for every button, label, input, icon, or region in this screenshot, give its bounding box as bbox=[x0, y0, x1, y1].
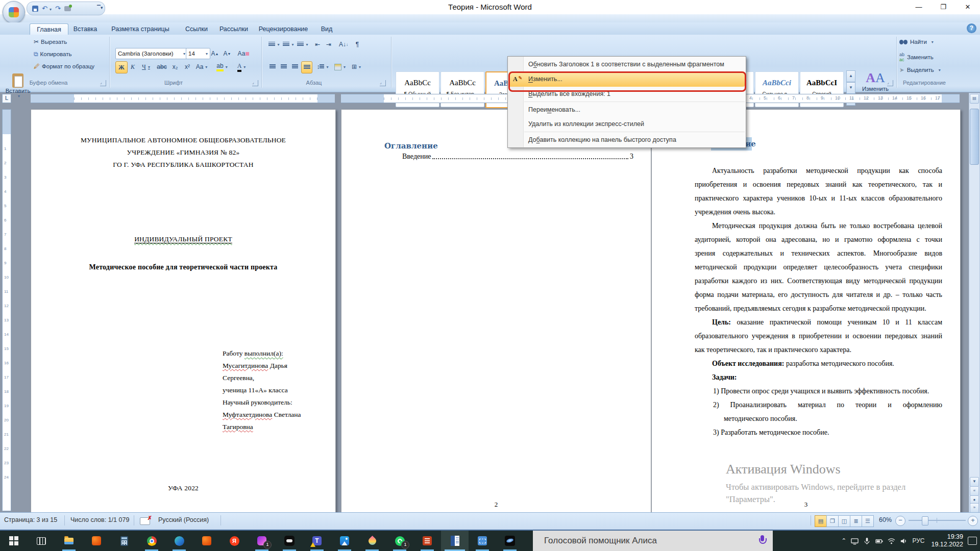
redo-icon[interactable]: ↷ bbox=[55, 5, 61, 12]
menu-item-remove-from-gallery[interactable]: Удалить из коллекции экспресс-стилей bbox=[508, 117, 746, 131]
teams-button[interactable]: T bbox=[303, 531, 331, 551]
start-button[interactable] bbox=[0, 531, 28, 551]
line-spacing-button[interactable]: ↕▾ bbox=[315, 61, 330, 72]
multilevel-list-button[interactable]: ▾ bbox=[296, 39, 309, 50]
disc-app-button[interactable] bbox=[496, 531, 524, 551]
numbering-button[interactable]: ▾ bbox=[282, 39, 295, 50]
snipping-tool-button[interactable] bbox=[469, 531, 496, 551]
copy-button[interactable]: ⧉Копировать bbox=[34, 51, 72, 57]
shading-button[interactable]: ▾ bbox=[333, 61, 347, 72]
chrome-button[interactable] bbox=[138, 531, 165, 551]
yandex-browser-button[interactable]: Я bbox=[220, 531, 248, 551]
clock[interactable]: 19:39 19.12.2022 bbox=[931, 533, 963, 548]
bold-button[interactable]: Ж bbox=[115, 61, 128, 73]
vertical-ruler[interactable]: 123456789101112131415161718192021222324 bbox=[2, 109, 11, 511]
office-app-button[interactable] bbox=[83, 531, 110, 551]
keyboard-language[interactable]: РУС bbox=[912, 537, 924, 544]
text-highlight-button[interactable]: ab▾ bbox=[213, 61, 231, 72]
align-center-button[interactable] bbox=[279, 61, 289, 72]
bullets-button[interactable]: ▾ bbox=[267, 39, 281, 50]
edge-button[interactable] bbox=[165, 531, 193, 551]
minimize-button[interactable]: — bbox=[906, 0, 931, 14]
sort-button[interactable]: А↓↓ bbox=[337, 39, 350, 50]
subscript-button[interactable]: x₂ bbox=[169, 61, 181, 72]
powerpoint-button[interactable] bbox=[413, 531, 441, 551]
borders-button[interactable]: ⊞▾ bbox=[349, 61, 363, 72]
strikethrough-button[interactable]: abc bbox=[155, 61, 168, 72]
volume-icon[interactable] bbox=[900, 537, 908, 545]
tab-review[interactable]: Рецензирование bbox=[254, 23, 312, 35]
zoom-out-icon[interactable]: − bbox=[895, 516, 905, 526]
view-fullscreen-reading-icon[interactable]: ❐ bbox=[826, 515, 839, 527]
tray-mic-icon[interactable] bbox=[863, 537, 871, 545]
hidden-icons-chevron[interactable]: ⌃ bbox=[841, 537, 846, 544]
show-marks-button[interactable]: ¶ bbox=[352, 39, 362, 50]
game-app-button[interactable] bbox=[276, 531, 303, 551]
close-button[interactable]: ✕ bbox=[955, 0, 980, 14]
help-icon[interactable]: ? bbox=[967, 23, 976, 33]
paragraph-dialog-launcher[interactable]: ⌟ bbox=[380, 80, 386, 86]
cut-button[interactable]: ✂Вырезать bbox=[34, 39, 67, 45]
format-painter-button[interactable]: 🖉Формат по образцу bbox=[34, 63, 94, 69]
calculator-button[interactable] bbox=[110, 531, 138, 551]
scroll-down-icon[interactable]: ▼ bbox=[970, 477, 979, 487]
change-case-button[interactable]: Aa▾ bbox=[194, 61, 209, 72]
find-button[interactable]: Найти▾ bbox=[899, 39, 934, 45]
save-icon[interactable] bbox=[32, 6, 38, 12]
zoom-in-icon[interactable]: + bbox=[968, 516, 978, 526]
menu-item-modify[interactable]: А✎ Изменить... bbox=[509, 71, 745, 87]
action-center-icon[interactable] bbox=[968, 537, 977, 545]
toc-entry[interactable]: Введение 3 bbox=[402, 153, 633, 161]
vertical-scrollbar[interactable]: ▤ ▼ « ● » bbox=[969, 93, 980, 513]
display-icon[interactable] bbox=[851, 537, 859, 545]
status-word-count[interactable]: Число слов: 1/1 079 bbox=[70, 516, 129, 523]
horizontal-ruler[interactable]: 4567891011121314151617 bbox=[0, 94, 980, 103]
next-page-icon[interactable]: » bbox=[970, 503, 979, 513]
zoom-slider-track[interactable] bbox=[909, 520, 966, 521]
microphone-icon[interactable] bbox=[759, 535, 766, 546]
tab-insert[interactable]: Вставка bbox=[70, 23, 101, 35]
decrease-indent-button[interactable]: ⇤ bbox=[312, 39, 323, 50]
customize-qat-icon[interactable]: ▔▾ bbox=[97, 5, 103, 10]
tab-mailings[interactable]: Рассылки bbox=[216, 23, 252, 35]
office-app2-button[interactable] bbox=[193, 531, 220, 551]
file-explorer-button[interactable] bbox=[55, 531, 83, 551]
scrollbar-thumb[interactable] bbox=[970, 109, 979, 165]
grow-font-button[interactable]: А▲ bbox=[209, 48, 220, 59]
italic-button[interactable]: К bbox=[128, 61, 138, 72]
whatsapp-button[interactable]: 1 bbox=[386, 531, 413, 551]
tab-view[interactable]: Вид bbox=[315, 23, 338, 35]
paint-app-button[interactable] bbox=[358, 531, 386, 551]
document-page-1[interactable]: МУНИЦИПАЛЬНОЕ АВТОНОМНОЕ ОБЩЕОБРАЗОВАТЕЛ… bbox=[31, 109, 336, 513]
increase-indent-button[interactable]: ⇥ bbox=[324, 39, 334, 50]
print-preview-icon[interactable] bbox=[64, 6, 71, 11]
menu-item-rename[interactable]: Переименовать... bbox=[508, 103, 746, 117]
tab-references[interactable]: Ссылки bbox=[180, 23, 213, 35]
clear-formatting-button[interactable]: Аа bbox=[237, 48, 250, 59]
font-size-combo[interactable]: 14▾ bbox=[186, 48, 210, 59]
battery-icon[interactable] bbox=[875, 537, 883, 545]
zoom-slider-thumb[interactable] bbox=[922, 516, 928, 525]
superscript-button[interactable]: x² bbox=[182, 61, 193, 72]
task-view-button[interactable] bbox=[28, 531, 55, 551]
clipboard-dialog-launcher[interactable]: ⌟ bbox=[100, 80, 106, 86]
ruler-toggle-icon[interactable]: ▤ bbox=[970, 94, 979, 104]
view-web-layout-icon[interactable]: ◫ bbox=[838, 515, 850, 527]
align-right-button[interactable] bbox=[290, 61, 300, 72]
undo-icon[interactable]: ↶▾ bbox=[42, 5, 52, 12]
network-icon[interactable] bbox=[888, 537, 895, 545]
shrink-font-button[interactable]: А▼ bbox=[222, 48, 233, 59]
previous-page-icon[interactable]: « bbox=[970, 486, 979, 496]
tab-home[interactable]: Главная bbox=[30, 23, 68, 35]
underline-button[interactable]: Ч▾ bbox=[139, 61, 153, 72]
tab-layout[interactable]: Разметка страницы bbox=[103, 23, 178, 35]
launcher-app-button[interactable]: 1 bbox=[248, 531, 276, 551]
word-button[interactable] bbox=[441, 531, 469, 551]
alice-search-bar[interactable]: Голосовой помощник Алиса bbox=[533, 531, 773, 551]
view-outline-icon[interactable]: ≣ bbox=[850, 515, 862, 527]
proofing-errors-icon[interactable] bbox=[140, 517, 150, 525]
menu-item-add-gallery-to-qat[interactable]: Добавить коллекцию на панель быстрого до… bbox=[508, 133, 746, 147]
menu-item-update-style[interactable]: Обновить Заголовок 1 в соответствии с вы… bbox=[508, 57, 746, 71]
view-draft-icon[interactable]: ☰ bbox=[862, 515, 874, 527]
gallery-scroll-down-icon[interactable]: ▼ bbox=[846, 82, 855, 94]
